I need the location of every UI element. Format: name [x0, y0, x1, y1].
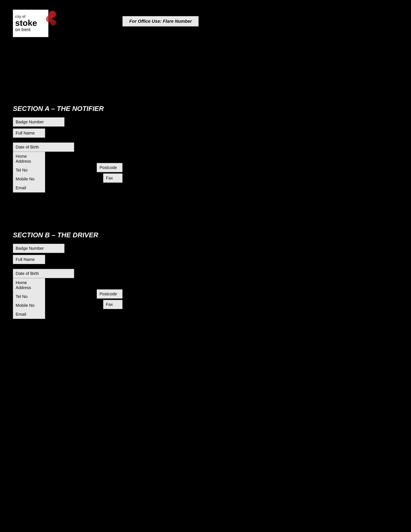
- section-a-title: SECTION A – THE NOTIFIER: [13, 105, 398, 113]
- page: city of stoke on trent For Office Use: F…: [0, 0, 411, 532]
- section-b-postcode-label: Postcode: [99, 292, 117, 296]
- header: city of stoke on trent For Office Use: F…: [0, 0, 411, 44]
- section-b-postcode-field[interactable]: Postcode: [97, 289, 122, 299]
- office-use-box: For Office Use: Flare Number: [122, 16, 199, 27]
- section-b-home-address-label: HomeAddress: [16, 280, 31, 290]
- spacer-top: [0, 44, 411, 98]
- section-b-fax-field[interactable]: Fax: [103, 300, 122, 309]
- section-a-home-address-field[interactable]: HomeAddress: [13, 152, 45, 166]
- section-b-full-name-field[interactable]: Full Name: [13, 255, 45, 264]
- section-a-mobile-label: Mobile No: [16, 177, 35, 181]
- section-b-mobile-field[interactable]: Mobile No: [13, 301, 45, 310]
- section-a-postcode-field[interactable]: Postcode: [97, 163, 122, 172]
- section-a-mobile-field[interactable]: Mobile No: [13, 175, 45, 183]
- inter-section-spacer: [0, 205, 411, 225]
- logo-on-trent-text: on trent: [15, 27, 30, 32]
- section-a-right-fields: Postcode Fax: [97, 163, 122, 183]
- logo: city of stoke on trent: [13, 10, 48, 37]
- section-b-full-name-label: Full Name: [16, 257, 35, 262]
- section-b: SECTION B – THE DRIVER Badge Number Full…: [0, 231, 411, 319]
- section-a-email-label: Email: [16, 185, 26, 190]
- section-a-address-block: HomeAddress Tel No Mobile No Email Postc…: [13, 152, 398, 192]
- section-b-left-fields: HomeAddress Tel No Mobile No Email: [13, 278, 45, 319]
- section-a-dob-row: Date of Birth: [13, 142, 398, 152]
- section-b-mobile-label: Mobile No: [16, 303, 35, 308]
- section-b-email-field[interactable]: Email: [13, 310, 45, 319]
- section-b-email-label: Email: [16, 312, 26, 317]
- section-a: SECTION A – THE NOTIFIER Badge Number Fu…: [0, 105, 411, 192]
- section-a-fax-label: Fax: [106, 176, 113, 180]
- section-b-tel-label: Tel No: [16, 294, 28, 299]
- section-b-dob-label: Date of Birth: [16, 271, 39, 276]
- section-a-left-fields: HomeAddress Tel No Mobile No Email: [13, 152, 45, 192]
- section-a-badge-number-field[interactable]: Badge Number: [13, 117, 65, 127]
- section-b-right-fields: Postcode Fax: [97, 289, 122, 309]
- section-b-title: SECTION B – THE DRIVER: [13, 231, 398, 239]
- section-a-badge-number-label: Badge Number: [16, 119, 44, 124]
- svg-point-2: [50, 20, 56, 26]
- section-a-tel-label: Tel No: [16, 168, 28, 172]
- section-b-home-address-field[interactable]: HomeAddress: [13, 278, 45, 292]
- section-a-tel-field[interactable]: Tel No: [13, 166, 45, 175]
- section-a-email-field[interactable]: Email: [13, 183, 45, 192]
- section-b-tel-field[interactable]: Tel No: [13, 292, 45, 301]
- section-b-dob-row: Date of Birth: [13, 269, 398, 278]
- logo-stoke-text: stoke: [15, 19, 37, 27]
- section-b-dob-field[interactable]: Date of Birth: [13, 269, 74, 278]
- section-b-badge-number-label: Badge Number: [16, 246, 44, 251]
- section-a-home-address-label: HomeAddress: [16, 154, 31, 164]
- office-use-label: For Office Use: Flare Number: [129, 19, 192, 24]
- section-b-badge-number-field[interactable]: Badge Number: [13, 244, 65, 253]
- section-a-fax-field[interactable]: Fax: [103, 173, 122, 183]
- section-b-fax-label: Fax: [106, 302, 113, 307]
- section-a-dob-field[interactable]: Date of Birth: [13, 142, 74, 152]
- section-a-full-name-field[interactable]: Full Name: [13, 128, 45, 138]
- logo-circles-icon: [43, 11, 57, 29]
- section-a-dob-label: Date of Birth: [16, 145, 39, 150]
- section-b-address-block: HomeAddress Tel No Mobile No Email Postc…: [13, 278, 398, 319]
- section-a-postcode-label: Postcode: [99, 165, 117, 170]
- section-a-full-name-label: Full Name: [16, 131, 35, 135]
